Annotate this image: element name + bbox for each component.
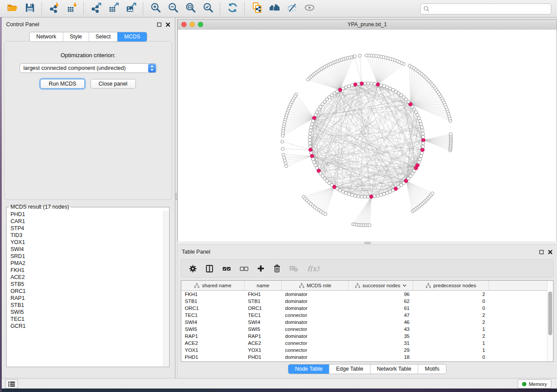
cell-name[interactable]: SWI5 xyxy=(245,326,282,333)
import-network-button[interactable] xyxy=(45,1,63,16)
cell-successor-nodes[interactable]: 43 xyxy=(349,326,413,333)
tab-node-table[interactable]: Node Table xyxy=(288,364,329,374)
cell-shared-name[interactable]: YOX1 xyxy=(181,347,245,354)
table-row[interactable]: STB1STB1dominator620 xyxy=(181,298,548,305)
run-mcds-button[interactable]: Run MCDS xyxy=(40,79,84,89)
table-row[interactable]: PHD1PHD1dominator180 xyxy=(181,354,548,361)
cell-successor-nodes[interactable]: 29 xyxy=(349,347,413,354)
cell-shared-name[interactable]: TEC1 xyxy=(181,312,245,319)
save-session-button[interactable] xyxy=(21,1,38,16)
column-header-predecessor-nodes[interactable]: predecessor nodes xyxy=(413,281,489,291)
table-row[interactable]: RAP1RAP1dominator352 xyxy=(181,333,548,340)
cell-shared-name[interactable]: ACE2 xyxy=(181,340,245,347)
network-graph[interactable] xyxy=(178,30,557,244)
cell-shared-name[interactable]: SWI4 xyxy=(181,319,245,326)
network-window-titlebar[interactable]: YPA_prune.txt_1 xyxy=(178,20,557,30)
tab-motifs[interactable]: Motifs xyxy=(418,364,446,374)
result-node-item[interactable]: SWI4 xyxy=(10,246,164,253)
cell-successor-nodes[interactable]: 47 xyxy=(349,312,413,319)
table-row[interactable]: FKH1FKH1dominator962 xyxy=(181,291,548,298)
result-node-item[interactable]: FKH1 xyxy=(10,267,164,274)
cell-shared-name[interactable]: RAP1 xyxy=(181,333,245,340)
task-history-button[interactable] xyxy=(5,379,18,389)
cell-predecessor-nodes[interactable]: 1 xyxy=(413,340,489,347)
search-input[interactable] xyxy=(430,6,548,13)
cell-predecessor-nodes[interactable]: 1 xyxy=(413,347,489,354)
import-table-button[interactable] xyxy=(63,1,80,16)
result-node-item[interactable]: PMA2 xyxy=(10,260,164,267)
table-mode-button[interactable] xyxy=(188,264,197,273)
cell-mcds-role[interactable]: connector xyxy=(282,347,349,354)
cell-successor-nodes[interactable]: 61 xyxy=(349,305,413,312)
cell-predecessor-nodes[interactable]: 0 xyxy=(413,305,489,312)
memory-button[interactable]: Memory xyxy=(518,379,551,389)
result-node-item[interactable]: SRD1 xyxy=(10,253,164,260)
cell-name[interactable]: SWI4 xyxy=(245,319,282,326)
zoom-selected-button[interactable] xyxy=(199,1,217,16)
result-node-item[interactable]: TID3 xyxy=(10,232,164,239)
zoom-window-icon[interactable] xyxy=(198,22,203,27)
export-table-button[interactable] xyxy=(105,1,122,16)
cell-predecessor-nodes[interactable]: 0 xyxy=(413,354,489,361)
table-scrollbar[interactable] xyxy=(547,281,553,361)
cell-predecessor-nodes[interactable]: 1 xyxy=(413,326,489,333)
result-node-item[interactable]: GCR1 xyxy=(10,323,164,330)
search-box[interactable] xyxy=(420,3,551,14)
select-all-button[interactable] xyxy=(221,264,232,274)
table-row[interactable]: ORC1ORC1dominator610 xyxy=(181,305,548,312)
result-node-item[interactable]: ORC1 xyxy=(10,288,164,295)
cell-name[interactable]: STB1 xyxy=(245,298,282,305)
tab-network[interactable]: Network xyxy=(30,32,63,41)
new-column-button[interactable] xyxy=(256,264,265,273)
cell-successor-nodes[interactable]: 46 xyxy=(349,319,413,326)
close-panel-button[interactable]: Close panel xyxy=(90,79,136,89)
cell-shared-name[interactable]: STB1 xyxy=(181,298,245,305)
cell-successor-nodes[interactable]: 18 xyxy=(349,354,413,361)
table-row[interactable]: SWI4SWI4dominator462 xyxy=(181,319,548,326)
table-row[interactable]: YOX1YOX1connector291 xyxy=(181,347,548,354)
cell-shared-name[interactable]: FKH1 xyxy=(181,291,245,298)
result-node-item[interactable]: CAR1 xyxy=(10,218,164,225)
cell-mcds-role[interactable]: connector xyxy=(282,312,349,319)
cell-mcds-role[interactable]: dominator xyxy=(282,354,349,361)
result-node-item[interactable]: STP4 xyxy=(10,225,164,232)
cell-shared-name[interactable]: SWI5 xyxy=(181,326,245,333)
float-panel-icon[interactable] xyxy=(539,248,544,256)
column-header-shared-name[interactable]: shared name xyxy=(181,281,245,291)
tab-mcds[interactable]: MCDS xyxy=(117,32,147,41)
divider-grip[interactable] xyxy=(364,242,371,244)
hide-selected-button[interactable] xyxy=(283,1,301,16)
mcds-result-list[interactable]: PHD1CAR1STP4TID3YOX1SWI4SRD1PMA2FKH1ACE2… xyxy=(7,211,164,366)
column-header-name[interactable]: name xyxy=(245,281,282,291)
result-node-item[interactable]: RAP1 xyxy=(10,295,164,302)
cell-name[interactable]: PHD1 xyxy=(245,354,282,361)
column-header-mcds-role[interactable]: MCDS role xyxy=(282,281,349,291)
cell-name[interactable]: RAP1 xyxy=(245,333,282,340)
show-hide-columns-button[interactable] xyxy=(205,264,214,273)
table-row[interactable]: SWI5SWI5connector431 xyxy=(181,326,548,333)
result-node-item[interactable]: STB1 xyxy=(10,302,164,309)
network-canvas[interactable] xyxy=(178,30,557,244)
optimization-criterion-select[interactable]: largest connected component (undirected) xyxy=(20,63,157,73)
scrollbar-thumb[interactable] xyxy=(548,292,552,335)
cell-name[interactable]: ACE2 xyxy=(245,340,282,347)
cell-name[interactable]: YOX1 xyxy=(245,347,282,354)
cell-name[interactable]: TEC1 xyxy=(245,312,282,319)
table-row[interactable]: ACE2ACE2connector311 xyxy=(181,340,548,347)
cell-mcds-role[interactable]: dominator xyxy=(282,333,349,340)
refresh-layout-button[interactable] xyxy=(224,1,241,16)
cell-predecessor-nodes[interactable]: 2 xyxy=(413,333,489,340)
close-panel-icon[interactable] xyxy=(548,248,553,256)
result-node-item[interactable]: YOX1 xyxy=(10,239,164,246)
cell-predecessor-nodes[interactable]: 2 xyxy=(413,312,489,319)
zoom-out-button[interactable] xyxy=(164,1,182,16)
cell-predecessor-nodes[interactable]: 2 xyxy=(413,291,489,298)
result-node-item[interactable]: ACE2 xyxy=(10,274,164,281)
result-list-scrollbar[interactable] xyxy=(163,211,169,366)
cell-mcds-role[interactable]: dominator xyxy=(282,305,349,312)
tab-style[interactable]: Style xyxy=(63,32,89,41)
cell-shared-name[interactable]: PHD1 xyxy=(181,354,245,361)
cell-mcds-role[interactable]: connector xyxy=(282,340,349,347)
show-all-button[interactable] xyxy=(301,1,318,16)
cell-mcds-role[interactable]: dominator xyxy=(282,298,349,305)
